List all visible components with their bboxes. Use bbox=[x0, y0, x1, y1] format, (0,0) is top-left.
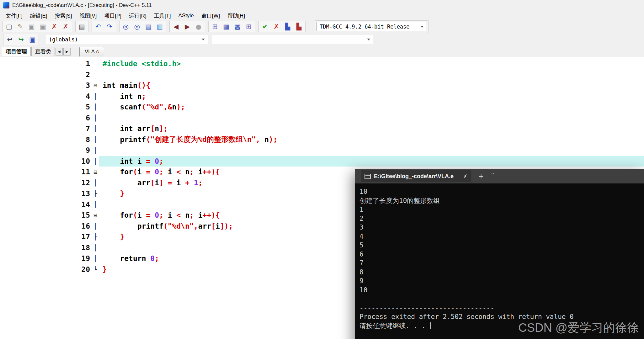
globals-select[interactable]: (globals) bbox=[46, 35, 208, 44]
toolbar-button-groups: ▢✎▣▣✗✗▤↶↷◎◎▤▥◀▶●⊞▦▩⊞✔✗▙▙ bbox=[3, 21, 309, 32]
code-token bbox=[146, 254, 150, 262]
abort-compilation-button[interactable]: ✗ bbox=[271, 22, 282, 32]
line-number: 7 bbox=[74, 124, 92, 133]
code-text bbox=[99, 113, 644, 124]
terminal-tab-bar: E:\Gitee\blog_-code\arr\VLA.e ✗ + ˇ bbox=[355, 169, 644, 183]
code-line-6: 6│ bbox=[74, 113, 644, 124]
line-number: 9 bbox=[74, 146, 92, 154]
close-file-button[interactable]: ✗ bbox=[49, 22, 60, 32]
code-token: i bbox=[194, 211, 203, 219]
menu-item-project[interactable]: 项目[P] bbox=[100, 11, 125, 21]
save-button[interactable]: ▣ bbox=[26, 22, 37, 32]
syntax-check-icon: ✔ bbox=[262, 24, 268, 30]
replace-icon: ◎ bbox=[134, 24, 140, 30]
code-token bbox=[103, 189, 120, 198]
code-token: i bbox=[163, 211, 177, 219]
menu-item-view[interactable]: 视图[V] bbox=[76, 11, 100, 21]
code-token: ; bbox=[155, 254, 159, 262]
title-bar[interactable]: E:\Gitee\blog_-code\arr\VLA.c - [Executi… bbox=[0, 0, 644, 11]
fold-toggle-icon[interactable]: ⊟ bbox=[92, 168, 99, 175]
code-token: [ bbox=[211, 222, 216, 230]
run-button[interactable]: ▦ bbox=[221, 22, 232, 32]
run-icon: ▦ bbox=[223, 24, 229, 30]
jump-forward-button[interactable]: ▶ bbox=[182, 22, 193, 32]
toolbar-secondary: ↩↪▣ (globals) bbox=[0, 33, 644, 46]
line-number: 15 bbox=[74, 211, 92, 219]
code-text: int i = 0; bbox=[99, 156, 644, 167]
code-token: 0 bbox=[155, 168, 159, 176]
jump-to-declaration-button[interactable]: ↩ bbox=[4, 34, 15, 45]
code-text: int arr[n]; bbox=[99, 123, 644, 134]
compiler-select[interactable]: TDM-GCC 4.9.2 64-bit Release bbox=[317, 22, 427, 31]
code-token: int bbox=[103, 81, 116, 89]
fold-toggle-icon[interactable]: ⊟ bbox=[92, 212, 99, 219]
close-all-button[interactable]: ✗ bbox=[60, 22, 71, 32]
fold-toggle-icon[interactable]: ⊟ bbox=[92, 82, 99, 89]
menu-item-search[interactable]: 搜索[S] bbox=[51, 11, 76, 21]
menu-item-window[interactable]: 窗口[W] bbox=[198, 11, 224, 21]
find-in-files-button[interactable]: ▤ bbox=[143, 22, 154, 32]
tab-dropdown-button[interactable]: ˇ bbox=[492, 173, 494, 180]
code-token: ); bbox=[176, 103, 185, 111]
code-token: ); bbox=[269, 135, 278, 144]
code-token: ( bbox=[163, 222, 168, 230]
project-panel[interactable] bbox=[0, 57, 74, 339]
compile-button[interactable]: ⊞ bbox=[209, 22, 221, 32]
menu-item-help[interactable]: 帮助[H] bbox=[224, 11, 249, 21]
replace-button[interactable]: ◎ bbox=[131, 22, 143, 32]
new-file-icon: ▢ bbox=[6, 24, 12, 30]
print-button[interactable]: ▤ bbox=[76, 22, 88, 32]
new-tab-button[interactable]: + bbox=[479, 172, 483, 180]
code-token: ; bbox=[159, 157, 163, 165]
code-token: ; bbox=[189, 168, 194, 176]
new-file-button[interactable]: ▢ bbox=[3, 22, 15, 32]
profiling-delete-button[interactable]: ▙ bbox=[293, 22, 305, 32]
toolbar-group-search: ◎◎▤▥ bbox=[119, 21, 166, 32]
menu-item-astyle[interactable]: AStyle bbox=[175, 11, 198, 20]
code-token bbox=[103, 233, 120, 241]
jump-back-button[interactable]: ◀ bbox=[170, 22, 182, 32]
code-token bbox=[163, 179, 168, 187]
find-button[interactable]: ◎ bbox=[120, 22, 131, 32]
open-file-button[interactable]: ✎ bbox=[15, 22, 26, 32]
quick-save-button[interactable]: ▣ bbox=[27, 34, 38, 45]
compile-run-button[interactable]: ▩ bbox=[232, 22, 243, 32]
code-line-5: 5│ scanf("%d",&n); bbox=[74, 102, 644, 113]
code-token: } bbox=[120, 233, 124, 241]
menu-item-tools[interactable]: 工具[T] bbox=[150, 11, 175, 21]
code-token: for bbox=[120, 168, 133, 176]
close-icon[interactable]: ✗ bbox=[463, 173, 467, 179]
tab-class-browser[interactable]: 查看类 bbox=[31, 47, 55, 56]
terminal-line: 2 bbox=[359, 214, 640, 223]
code-token: i bbox=[137, 168, 146, 176]
menu-item-run[interactable]: 运行[R] bbox=[125, 11, 150, 21]
goto-line-button[interactable]: ▥ bbox=[154, 22, 165, 32]
tab-project-manager[interactable]: 项目管理 bbox=[2, 47, 31, 56]
line-number: 8 bbox=[74, 135, 92, 144]
jump-to-definition-button[interactable]: ↪ bbox=[15, 34, 27, 45]
editor-tab-vla[interactable]: VLA.c bbox=[79, 47, 104, 56]
menu-item-edit[interactable]: 编辑[E] bbox=[26, 11, 51, 21]
members-select[interactable] bbox=[212, 35, 373, 44]
jump-forward-icon: ▶ bbox=[185, 24, 190, 30]
stop-execution-button[interactable]: ● bbox=[193, 22, 204, 32]
code-token: 0 bbox=[150, 254, 155, 262]
terminal-output[interactable]: 10创建了长度为10的整形数组12345678910--------------… bbox=[355, 183, 644, 339]
tab-scroll-right-button[interactable]: ▶ bbox=[63, 48, 71, 56]
rebuild-all-button[interactable]: ⊞ bbox=[243, 22, 254, 32]
toolbar-group-history: ↶↷ bbox=[92, 21, 116, 32]
syntax-check-button[interactable]: ✔ bbox=[259, 22, 271, 32]
code-text: printf("创建了长度为%d的整形数组\n", n); bbox=[99, 134, 644, 145]
tab-scroll-left-button[interactable]: ◀ bbox=[56, 48, 63, 56]
redo-icon: ↷ bbox=[107, 24, 112, 30]
code-token: n bbox=[260, 135, 269, 144]
profile-button[interactable]: ▙ bbox=[282, 22, 293, 32]
code-token: , bbox=[256, 135, 260, 144]
menu-item-file[interactable]: 文件[F] bbox=[2, 11, 26, 21]
undo-button[interactable]: ↶ bbox=[93, 22, 104, 32]
code-token: int bbox=[120, 157, 133, 165]
line-number: 10 bbox=[74, 157, 92, 165]
terminal-tab[interactable]: E:\Gitee\blog_-code\arr\VLA.e ✗ bbox=[361, 170, 471, 182]
redo-button[interactable]: ↷ bbox=[104, 22, 115, 32]
save-all-button[interactable]: ▣ bbox=[37, 22, 49, 32]
